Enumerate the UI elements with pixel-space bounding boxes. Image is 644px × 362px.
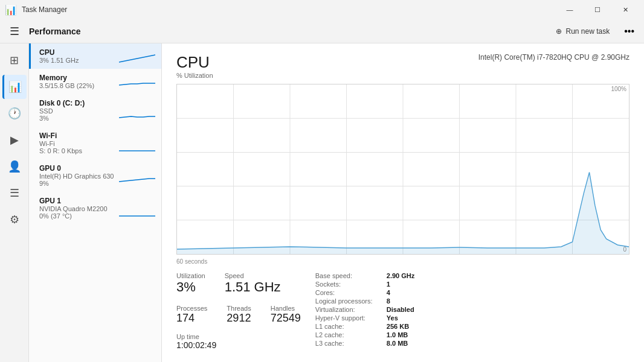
spec-logical-procs-val: 8 — [387, 297, 390, 305]
spec-base-speed: Base speed: 2.90 GHz — [315, 272, 414, 279]
speed-value: 1.51 GHz — [225, 279, 281, 295]
spec-l3-cache: L3 cache: 8.0 MB — [315, 340, 414, 347]
icon-nav: ⊞ 📊 🕐 ▶ 👤 ☰ ⚙ — [0, 43, 29, 362]
spec-l3-key: L3 cache: — [315, 340, 382, 347]
main-header: CPU % Utilization Intel(R) Core(TM) i7-7… — [176, 53, 630, 81]
gpu1-mini-graph — [119, 200, 155, 217]
nav-performance[interactable]: 📊 — [2, 75, 27, 99]
minimize-button[interactable]: — — [556, 0, 584, 19]
maximize-button[interactable]: ☐ — [584, 0, 611, 19]
spec-hyperv-key: Hyper-V support: — [315, 314, 382, 322]
threads-value: 2912 — [227, 312, 251, 325]
processes-label: Processes — [176, 305, 207, 312]
spec-virtualization-val: Disabled — [387, 306, 414, 313]
spec-l3-val: 8.0 MB — [387, 340, 408, 347]
sidebar-item-memory[interactable]: Memory 3.5/15.8 GB (22%) — [29, 69, 161, 94]
utilization-value: 3% — [176, 279, 205, 295]
more-options-button[interactable]: ••• — [622, 24, 637, 39]
nav-details[interactable]: ☰ — [2, 181, 27, 205]
processes-block: Processes 174 — [176, 305, 207, 325]
window-controls: — ☐ ✕ — [556, 0, 639, 19]
utilization-label: Utilization — [176, 272, 205, 279]
gpu0-mini-graph — [119, 167, 155, 184]
spec-virtualization: Virtualization: Disabled — [315, 306, 414, 313]
sidebar-item-gpu0[interactable]: GPU 0 Intel(R) HD Graphics 6309% — [29, 159, 161, 192]
spec-cores-key: Cores: — [315, 289, 382, 296]
spec-l2-val: 1.0 MB — [387, 331, 408, 338]
processes-value: 174 — [176, 312, 207, 325]
spec-base-speed-key: Base speed: — [315, 272, 382, 279]
handles-value: 72549 — [271, 312, 301, 325]
util-speed-row: Utilization 3% Speed 1.51 GHz — [176, 272, 301, 295]
utilization-block: Utilization 3% — [176, 272, 205, 295]
menu-button[interactable]: ☰ — [7, 22, 22, 40]
nav-startup[interactable]: ▶ — [2, 128, 27, 152]
spec-sockets-key: Sockets: — [315, 281, 382, 288]
memory-mini-graph — [119, 73, 155, 90]
main-content: CPU % Utilization Intel(R) Core(TM) i7-7… — [162, 43, 644, 362]
run-task-label: Run new task — [565, 27, 610, 36]
toolbar-title: Performance — [29, 27, 544, 36]
cpu-graph-svg — [177, 84, 629, 254]
spec-sockets: Sockets: 1 — [315, 281, 414, 288]
spec-hyperv-val: Yes — [387, 314, 398, 322]
nav-history[interactable]: 🕐 — [2, 101, 27, 125]
nav-users[interactable]: 👤 — [2, 154, 27, 179]
processes-row: Processes 174 Threads 2912 Handles 72549 — [176, 305, 301, 325]
sidebar-item-cpu[interactable]: CPU 3% 1.51 GHz — [29, 43, 161, 69]
spec-hyperv: Hyper-V support: Yes — [315, 314, 414, 322]
cpu-model-label: Intel(R) Core(TM) i7-7820HQ CPU @ 2.90GH… — [478, 53, 630, 62]
close-button[interactable]: ✕ — [611, 0, 639, 19]
spec-l1-cache: L1 cache: 256 KB — [315, 323, 414, 330]
toolbar: ☰ Performance ⊕ Run new task ••• — [0, 19, 644, 43]
speed-block: Speed 1.51 GHz — [225, 272, 281, 295]
disk-mini-graph — [119, 102, 155, 119]
speed-label: Speed — [225, 272, 281, 279]
cpu-graph-container: 100% 0 — [176, 84, 630, 255]
spec-base-speed-val: 2.90 GHz — [387, 272, 414, 279]
threads-block: Threads 2912 — [227, 305, 251, 325]
run-new-task-button[interactable]: ⊕ Run new task — [551, 25, 614, 38]
spec-sockets-val: 1 — [387, 281, 390, 288]
spec-l2-cache: L2 cache: 1.0 MB — [315, 331, 414, 338]
utilization-axis-label: % Utilization — [176, 72, 213, 79]
graph-y-max: 100% — [611, 86, 626, 92]
page-title: CPU — [176, 53, 213, 72]
spec-logical-procs-key: Logical processors: — [315, 297, 382, 305]
bottom-stats: Utilization 3% Speed 1.51 GHz Processes … — [176, 272, 630, 352]
wifi-mini-graph — [119, 135, 155, 151]
titlebar: 📊 Task Manager — ☐ ✕ — [0, 0, 644, 19]
spec-l2-key: L2 cache: — [315, 331, 382, 338]
spec-cores: Cores: 4 — [315, 289, 414, 296]
sidebar-item-gpu1[interactable]: GPU 1 NVIDIA Quadro M22000% (37 °C) — [29, 192, 161, 224]
spec-l1-key: L1 cache: — [315, 323, 382, 330]
graph-time-label: 60 seconds — [176, 258, 630, 265]
bottom-left-stats: Utilization 3% Speed 1.51 GHz Processes … — [176, 272, 301, 352]
spec-virtualization-key: Virtualization: — [315, 306, 382, 313]
sidebar-item-disk[interactable]: Disk 0 (C: D:) SSD3% — [29, 94, 161, 127]
handles-block: Handles 72549 — [271, 305, 301, 325]
threads-label: Threads — [227, 305, 251, 312]
uptime-block: Up time 1:00:02:49 — [176, 333, 301, 350]
nav-overview[interactable]: ⊞ — [2, 48, 27, 72]
app-icon: 📊 — [5, 4, 17, 16]
cpu-mini-graph — [119, 48, 155, 65]
window-title: Task Manager — [22, 5, 551, 14]
app-body: ⊞ 📊 🕐 ▶ 👤 ☰ ⚙ CPU 3% 1.51 GHz Memory 3.5… — [0, 43, 644, 362]
spec-cores-val: 4 — [387, 289, 390, 296]
uptime-value: 1:00:02:49 — [176, 340, 301, 350]
spec-l1-val: 256 KB — [387, 323, 409, 330]
sidebar: CPU 3% 1.51 GHz Memory 3.5/15.8 GB (22%)… — [29, 43, 162, 362]
specs-panel: Base speed: 2.90 GHz Sockets: 1 Cores: 4… — [315, 272, 414, 352]
nav-services[interactable]: ⚙ — [2, 208, 27, 232]
sidebar-item-wifi[interactable]: Wi-Fi Wi-FiS: 0 R: 0 Kbps — [29, 127, 161, 159]
run-task-icon: ⊕ — [556, 27, 562, 36]
spec-logical-procs: Logical processors: 8 — [315, 297, 414, 305]
graph-y-zero: 0 — [623, 246, 626, 253]
uptime-label: Up time — [176, 333, 301, 340]
handles-label: Handles — [271, 305, 301, 312]
